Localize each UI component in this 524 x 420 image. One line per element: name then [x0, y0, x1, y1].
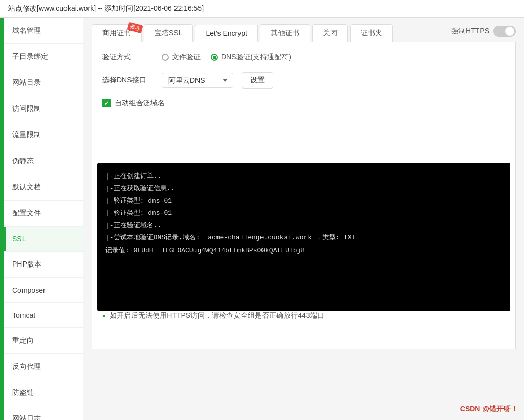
wildcard-checkbox[interactable] [102, 99, 111, 107]
sidebar-item-tomcat[interactable]: Tomcat [4, 303, 83, 328]
wildcard-label: 自动组合泛域名 [115, 99, 165, 108]
https-toggle-label: 强制HTTPS [451, 27, 489, 36]
https-toggle-switch[interactable] [493, 26, 516, 37]
terminal-line-6: |-尝试本地验证DNS记录,域名: _acme-challenge.cuokai… [105, 232, 502, 244]
dns-select[interactable]: 阿里云DNS 腾讯云DNS CloudFlare [162, 73, 233, 88]
tab-baota-ssl[interactable]: 宝塔SSL [144, 24, 193, 42]
content-area: 商用证书 推荐 宝塔SSL Let's Encrypt 其他证书 关闭 证书夹 … [83, 18, 524, 420]
terminal-output: |-正在创建订单.. |-正在获取验证信息.. |-验证类型: dns-01 |… [97, 163, 510, 311]
radio-dns-label: DNS验证(支持通配符) [221, 53, 291, 62]
sidebar-item-hotlink[interactable]: 防盗链 [4, 380, 83, 406]
page-title: 站点修改[www.cuokai.work] -- 添加时间[2021-06-06… [8, 4, 204, 12]
left-accent [0, 18, 4, 420]
sidebar-item-traffic[interactable]: 流量限制 [4, 122, 83, 148]
tab-close[interactable]: 关闭 [312, 24, 348, 42]
sidebar-item-config[interactable]: 配置文件 [4, 201, 83, 227]
wildcard-checkbox-row: 自动组合泛域名 [102, 99, 505, 108]
terminal-line-4: |-验证类型: dns-01 [105, 208, 502, 219]
dns-label: 选择DNS接口 [102, 76, 154, 85]
terminal-line-7: 记录值: 0EUdH__lLGEOACUug4WQ414btfmkBPsO0kQ… [105, 245, 502, 256]
tab-bar: 商用证书 推荐 宝塔SSL Let's Encrypt 其他证书 关闭 证书夹 … [83, 18, 524, 42]
sidebar: 域名管理子目录绑定网站目录访问限制流量限制伪静态默认文档配置文件SSLPHP版本… [4, 18, 83, 420]
sidebar-item-reverse-proxy[interactable]: 反向代理 [4, 354, 83, 380]
radio-file-label: 文件验证 [172, 53, 201, 62]
radio-file[interactable]: 文件验证 [162, 53, 201, 62]
sidebar-item-sitedir[interactable]: 网站目录 [4, 70, 83, 96]
https-toggle-container: 强制HTTPS [451, 26, 516, 41]
sidebar-item-composer[interactable]: Composer [4, 278, 83, 303]
info-item-3: • 如开启后无法使用HTTPS访问，请检查安全组是否正确放行443端口 [102, 311, 505, 322]
terminal-line-5: |-正在验证域名.. [105, 220, 502, 231]
dns-row: 选择DNS接口 阿里云DNS 腾讯云DNS CloudFlare 设置 [102, 72, 505, 89]
radio-dns[interactable]: DNS验证(支持通配符) [211, 53, 291, 62]
tab-other-cert[interactable]: 其他证书 [260, 24, 310, 42]
sidebar-item-access[interactable]: 访问限制 [4, 96, 83, 122]
sidebar-item-default-doc[interactable]: 默认文档 [4, 174, 83, 201]
tab-commercial[interactable]: 商用证书 推荐 [92, 24, 142, 42]
terminal-line-3: |-验证类型: dns-01 [105, 195, 502, 207]
tab-lets-encrypt[interactable]: Let's Encrypt [195, 25, 258, 42]
main-layout: 域名管理子目录绑定网站目录访问限制流量限制伪静态默认文档配置文件SSLPHP版本… [0, 18, 524, 420]
radio-file-circle [162, 54, 169, 61]
sidebar-item-domain[interactable]: 域名管理 [4, 18, 83, 44]
terminal-line-1: |-正在创建订单.. [105, 171, 502, 182]
verify-method-row: 验证方式 文件验证 DNS验证(支持通配符) [102, 53, 505, 62]
verify-radio-group: 文件验证 DNS验证(支持通配符) [162, 53, 291, 62]
main-panel: 验证方式 文件验证 DNS验证(支持通配符) 选择DNS接口 阿里云DNS [92, 42, 516, 349]
terminal-line-2: |-正在获取验证信息.. [105, 183, 502, 194]
radio-dns-circle [211, 54, 218, 61]
tab-cert-folder[interactable]: 证书夹 [350, 24, 393, 42]
sidebar-item-redirect[interactable]: 重定向 [4, 328, 83, 354]
sidebar-item-ssl[interactable]: SSL [4, 227, 83, 252]
watermark: CSDN @错开呀！ [460, 405, 518, 414]
sidebar-item-pseudo-static[interactable]: 伪静态 [4, 148, 83, 174]
sidebar-item-subdir[interactable]: 子目录绑定 [4, 44, 83, 70]
sidebar-item-php[interactable]: PHP版本 [4, 252, 83, 278]
dns-settings-btn[interactable]: 设置 [242, 72, 273, 89]
verify-label: 验证方式 [102, 53, 154, 62]
info-text-3: 如开启后无法使用HTTPS访问，请检查安全组是否正确放行443端口 [110, 311, 324, 320]
sidebar-item-site-log[interactable]: 网站日志 [4, 406, 83, 420]
top-bar: 站点修改[www.cuokai.work] -- 添加时间[2021-06-06… [0, 0, 524, 18]
bullet-3: • [102, 311, 105, 322]
